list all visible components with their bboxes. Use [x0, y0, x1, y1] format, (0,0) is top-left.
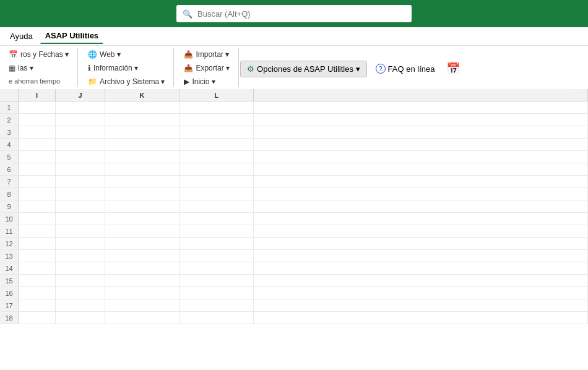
- grid-cell[interactable]: [179, 238, 254, 249]
- grid-cell[interactable]: [179, 163, 254, 175]
- grid-cell[interactable]: [179, 250, 254, 262]
- grid-cell[interactable]: [19, 225, 56, 237]
- grid-cell[interactable]: [19, 101, 56, 113]
- calendar-btn[interactable]: 📅: [443, 59, 463, 79]
- grid-cell[interactable]: [19, 139, 56, 150]
- grid-cell[interactable]: [56, 151, 105, 163]
- grid-cell[interactable]: [254, 287, 588, 299]
- grid-cell[interactable]: [56, 262, 105, 274]
- faq-button[interactable]: ? FAQ en línea: [370, 61, 441, 77]
- grid-cell[interactable]: [179, 151, 254, 163]
- grid-cell[interactable]: [56, 139, 105, 150]
- grid-cell[interactable]: [19, 200, 56, 212]
- ribbon-btn-fechas[interactable]: 📅 ros y Fechas ▾: [5, 48, 72, 61]
- grid-cell[interactable]: [254, 312, 588, 324]
- grid-cell[interactable]: [56, 101, 105, 113]
- grid-cell[interactable]: [56, 188, 105, 200]
- grid-cell[interactable]: [56, 225, 105, 237]
- grid-cell[interactable]: [254, 225, 588, 237]
- grid-cell[interactable]: [254, 151, 588, 163]
- grid-cell[interactable]: [254, 188, 588, 200]
- grid-cell[interactable]: [56, 114, 105, 126]
- grid-cell[interactable]: [19, 114, 56, 126]
- grid-cell[interactable]: [254, 262, 588, 274]
- grid-cell[interactable]: [254, 238, 588, 249]
- grid-cell[interactable]: [19, 312, 56, 324]
- grid-cell[interactable]: [254, 114, 588, 126]
- grid-cell[interactable]: [56, 287, 105, 299]
- ribbon-btn-las[interactable]: ▦ las ▾: [5, 62, 72, 74]
- grid-cell[interactable]: [179, 262, 254, 274]
- grid-cell[interactable]: [19, 188, 56, 200]
- grid-cell[interactable]: [56, 250, 105, 262]
- grid-cell[interactable]: [179, 101, 254, 113]
- grid-cell[interactable]: [105, 126, 179, 138]
- grid-cell[interactable]: [179, 287, 254, 299]
- grid-cell[interactable]: [179, 176, 254, 187]
- grid-cell[interactable]: [19, 151, 56, 163]
- grid-cell[interactable]: [179, 299, 254, 311]
- grid-cell[interactable]: [105, 114, 179, 126]
- grid-cell[interactable]: [254, 126, 588, 138]
- grid-cell[interactable]: [105, 262, 179, 274]
- grid-cell[interactable]: [56, 299, 105, 311]
- grid-cell[interactable]: [105, 200, 179, 212]
- menu-ayuda[interactable]: Ayuda: [5, 29, 38, 43]
- grid-cell[interactable]: [19, 176, 56, 187]
- grid-cell[interactable]: [105, 163, 179, 175]
- grid-cell[interactable]: [105, 225, 179, 237]
- grid-cell[interactable]: [56, 126, 105, 138]
- grid-cell[interactable]: [19, 262, 56, 274]
- grid-cell[interactable]: [56, 163, 105, 175]
- grid-cell[interactable]: [105, 176, 179, 187]
- grid-cell[interactable]: [254, 163, 588, 175]
- grid-cell[interactable]: [19, 163, 56, 175]
- grid-cell[interactable]: [56, 200, 105, 212]
- grid-cell[interactable]: [105, 312, 179, 324]
- grid-cell[interactable]: [254, 101, 588, 113]
- col-header-j[interactable]: J: [56, 89, 105, 101]
- grid-cell[interactable]: [179, 275, 254, 286]
- grid-cell[interactable]: [56, 176, 105, 187]
- grid-cell[interactable]: [105, 139, 179, 150]
- grid-cell[interactable]: [254, 299, 588, 311]
- grid-cell[interactable]: [179, 139, 254, 150]
- col-header-i[interactable]: I: [19, 89, 56, 101]
- grid-cell[interactable]: [254, 176, 588, 187]
- grid-cell[interactable]: [19, 238, 56, 249]
- grid-cell[interactable]: [254, 275, 588, 286]
- ribbon-btn-web[interactable]: 🌐 Web ▾: [84, 48, 168, 61]
- grid-cell[interactable]: [179, 312, 254, 324]
- grid-cell[interactable]: [105, 287, 179, 299]
- ribbon-btn-info[interactable]: ℹ Información ▾: [84, 62, 168, 74]
- grid-cell[interactable]: [19, 287, 56, 299]
- grid-cell[interactable]: [105, 188, 179, 200]
- col-header-k[interactable]: K: [105, 89, 179, 101]
- grid-cell[interactable]: [105, 250, 179, 262]
- grid-cell[interactable]: [105, 275, 179, 286]
- grid-cell[interactable]: [56, 238, 105, 249]
- grid-cell[interactable]: [179, 126, 254, 138]
- grid-cell[interactable]: [179, 188, 254, 200]
- ribbon-btn-inicio[interactable]: ▶ Inicio ▾: [180, 75, 233, 88]
- grid-cell[interactable]: [179, 213, 254, 225]
- ribbon-btn-importar[interactable]: 📥 Importar ▾: [180, 48, 233, 61]
- grid-cell[interactable]: [254, 139, 588, 150]
- menu-asap[interactable]: ASAP Utilities: [40, 28, 103, 44]
- search-box[interactable]: 🔍: [176, 5, 412, 22]
- grid-cell[interactable]: [179, 225, 254, 237]
- grid-cell[interactable]: [179, 200, 254, 212]
- grid-cell[interactable]: [56, 213, 105, 225]
- grid-cell[interactable]: [105, 299, 179, 311]
- grid-cell[interactable]: [19, 213, 56, 225]
- search-input[interactable]: [197, 9, 405, 19]
- grid-cell[interactable]: [254, 250, 588, 262]
- col-header-l[interactable]: L: [179, 89, 254, 101]
- grid-cell[interactable]: [19, 126, 56, 138]
- grid-cell[interactable]: [254, 200, 588, 212]
- ribbon-btn-exportar[interactable]: 📤 Exportar ▾: [180, 62, 233, 74]
- grid-cell[interactable]: [105, 238, 179, 249]
- grid-cell[interactable]: [19, 299, 56, 311]
- grid-cell[interactable]: [19, 275, 56, 286]
- grid-cell[interactable]: [179, 114, 254, 126]
